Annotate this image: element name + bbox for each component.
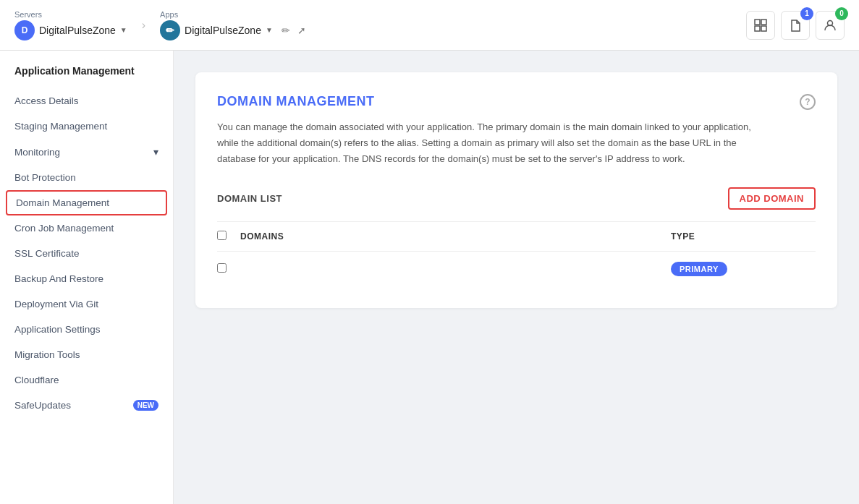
select-all-checkbox[interactable] (217, 231, 227, 240)
sidebar-item-bot-protection[interactable]: Bot Protection (0, 165, 173, 190)
add-domain-button[interactable]: ADD DOMAIN (728, 187, 816, 210)
sidebar-item-staging-management[interactable]: Staging Management (0, 114, 173, 139)
server-selector[interactable]: D DigitalPulseZone ▼ (14, 20, 127, 40)
table-row: PRIMARY (217, 252, 816, 286)
domain-list-title: DOMAIN LIST (217, 193, 282, 204)
users-icon (824, 19, 837, 32)
sidebar-label-staging-management: Staging Management (14, 121, 107, 132)
sidebar: Application Management Access Details St… (0, 51, 174, 504)
apps-section: Apps ✏ DigitalPulseZone ▼ ✏ ➚ (160, 10, 306, 40)
svg-rect-3 (761, 26, 766, 31)
server-name: DigitalPulseZone (39, 25, 116, 36)
main-layout: Application Management Access Details St… (0, 51, 859, 504)
row-checkbox[interactable] (217, 263, 227, 273)
sidebar-item-monitoring[interactable]: Monitoring ▾ (0, 139, 173, 165)
col-domains-header: DOMAINS (240, 231, 671, 242)
domain-table-header: DOMAINS TYPE (217, 222, 816, 252)
files-button[interactable]: 1 (781, 11, 810, 40)
svg-rect-0 (755, 20, 760, 25)
sidebar-item-access-details[interactable]: Access Details (0, 88, 173, 114)
breadcrumb-arrow-icon: › (142, 19, 145, 32)
safeupdates-badge: NEW (133, 400, 158, 411)
breadcrumb: Servers D DigitalPulseZone ▼ › Apps ✏ Di… (14, 10, 306, 40)
sidebar-label-deployment-via-git: Deployment Via Git (14, 299, 98, 309)
app-name: DigitalPulseZone (185, 25, 261, 36)
sidebar-label-cloudflare: Cloudflare (14, 375, 59, 385)
file-icon (789, 19, 802, 32)
row-checkbox-col (217, 263, 240, 275)
users-badge: 0 (835, 7, 848, 20)
wordpress-logo-icon: ✏ (160, 20, 180, 40)
sidebar-label-bot-protection: Bot Protection (14, 172, 76, 183)
sidebar-label-ssl-certificate: SSL Certificate (14, 248, 80, 259)
server-chevron-icon: ▼ (120, 26, 127, 34)
row-type-value: PRIMARY (671, 264, 816, 274)
sidebar-item-backup-and-restore[interactable]: Backup And Restore (0, 266, 173, 291)
header-icons: 1 0 (746, 11, 845, 40)
sidebar-item-application-settings[interactable]: Application Settings (0, 317, 173, 342)
servers-label: Servers (14, 10, 42, 19)
app-selector[interactable]: ✏ DigitalPulseZone ▼ ✏ ➚ (160, 20, 306, 40)
content-card: DOMAIN MANAGEMENT ? You can manage the d… (195, 72, 837, 308)
sidebar-label-access-details: Access Details (14, 95, 79, 106)
col-type-header: TYPE (671, 231, 816, 242)
primary-badge: PRIMARY (671, 262, 727, 276)
sidebar-item-ssl-certificate[interactable]: SSL Certificate (0, 241, 173, 266)
domain-table: DOMAINS TYPE PRIMARY (217, 221, 816, 286)
card-header-row: DOMAIN MANAGEMENT ? (217, 94, 816, 119)
sidebar-label-domain-management: Domain Management (16, 197, 109, 208)
files-badge: 1 (800, 7, 813, 20)
card-title: DOMAIN MANAGEMENT (217, 94, 375, 109)
app-chevron-icon: ▼ (266, 26, 273, 34)
top-header: Servers D DigitalPulseZone ▼ › Apps ✏ Di… (0, 0, 859, 51)
server-logo-icon: D (14, 20, 35, 40)
svg-rect-1 (761, 20, 766, 25)
domain-list-header: DOMAIN LIST ADD DOMAIN (217, 187, 816, 210)
select-all-checkbox-col (217, 231, 240, 242)
help-icon[interactable]: ? (800, 94, 816, 110)
sidebar-item-cron-job-management[interactable]: Cron Job Management (0, 215, 173, 241)
card-description: You can manage the domain associated wit… (217, 119, 760, 167)
sidebar-label-migration-tools: Migration Tools (14, 349, 80, 360)
sidebar-label-safeupdates: SafeUpdates (14, 400, 71, 411)
sidebar-label-application-settings: Application Settings (14, 324, 101, 335)
sidebar-item-deployment-via-git[interactable]: Deployment Via Git (0, 291, 173, 317)
sidebar-label-cron-job-management: Cron Job Management (14, 223, 114, 234)
content-area: DOMAIN MANAGEMENT ? You can manage the d… (174, 51, 859, 504)
sidebar-item-domain-management[interactable]: Domain Management (6, 190, 167, 215)
sidebar-label-monitoring: Monitoring (14, 147, 60, 158)
edit-icon[interactable]: ✏ (282, 25, 290, 36)
monitoring-chevron-icon: ▾ (153, 146, 158, 158)
sidebar-item-migration-tools[interactable]: Migration Tools (0, 342, 173, 367)
grid-icon (754, 19, 767, 32)
external-link-icon[interactable]: ➚ (297, 25, 306, 36)
users-button[interactable]: 0 (816, 11, 845, 40)
svg-rect-2 (755, 26, 760, 31)
sidebar-label-backup-and-restore: Backup And Restore (14, 273, 103, 284)
sidebar-item-cloudflare[interactable]: Cloudflare (0, 367, 173, 393)
grid-view-button[interactable] (746, 11, 775, 40)
sidebar-title: Application Management (0, 65, 173, 88)
apps-label: Apps (160, 10, 178, 19)
sidebar-item-safeupdates[interactable]: SafeUpdates NEW (0, 393, 173, 418)
servers-section: Servers D DigitalPulseZone ▼ (14, 10, 127, 40)
